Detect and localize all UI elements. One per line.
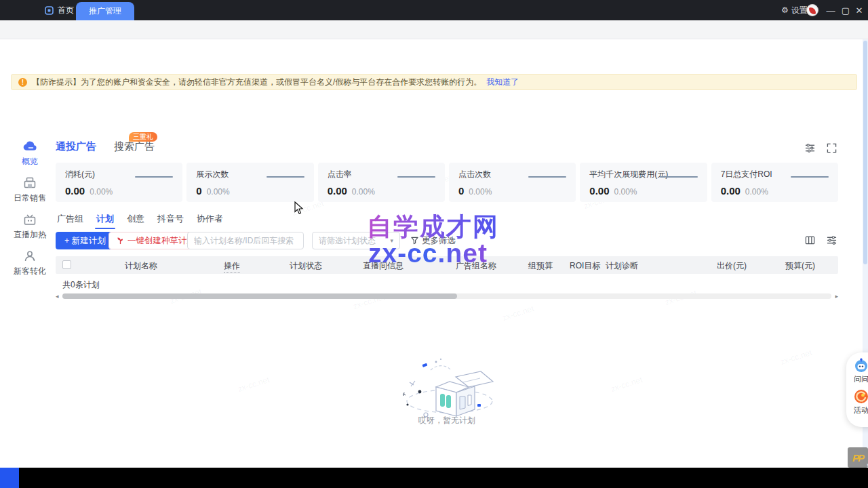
filter-settings-icon[interactable] xyxy=(826,235,837,246)
select-all-checkbox[interactable] xyxy=(62,260,71,269)
floating-helper-pill: 问问 活动 xyxy=(846,352,868,427)
stat-card-clicks: 点击次数 00.00% xyxy=(449,163,576,202)
fullscreen-icon[interactable] xyxy=(826,142,837,154)
column-plan-status: 计划状态 xyxy=(290,260,322,272)
tab-ad-groups[interactable]: 广告组 xyxy=(56,213,85,230)
more-filters-button[interactable]: 更多筛选 xyxy=(411,232,456,249)
live-heat-icon xyxy=(22,212,37,227)
status-placeholder: 请筛选计划状态 xyxy=(319,235,376,247)
stat-value: 0.00 xyxy=(328,185,347,197)
tab-douyin-account[interactable]: 抖音号 xyxy=(156,213,185,230)
new-plan-button[interactable]: + 新建计划 xyxy=(56,232,115,249)
chevron-down-icon: ▾ xyxy=(390,237,393,244)
minimize-icon[interactable]: — xyxy=(825,0,837,20)
window-tab-promotion[interactable]: 推广管理 xyxy=(76,2,134,20)
assistant-robot-icon[interactable] xyxy=(853,357,868,373)
activity-icon[interactable] xyxy=(853,388,868,405)
mouse-cursor xyxy=(294,201,304,215)
empty-state-text: 哎呀，暂无计划 xyxy=(56,415,838,426)
daily-sales-icon xyxy=(22,176,37,190)
plan-table-header: 计划名称 操作 计划状态 直播间信息 广告组名称 组预算 ROI目标 计划诊断 … xyxy=(56,256,838,274)
assistant-label[interactable]: 问问 xyxy=(846,374,868,384)
stat-card-ctr: 点击率 0.000.00% xyxy=(318,163,445,202)
tile-watermark: zx-cc.net xyxy=(501,304,535,323)
window-tab-label: 推广管理 xyxy=(89,5,121,17)
entity-tabs: 广告组 计划 创意 抖音号 协作者 xyxy=(56,213,224,230)
settings-button[interactable]: ⚙ 设置 xyxy=(781,0,808,20)
banner-acknowledge-link[interactable]: 我知道了 xyxy=(486,77,519,88)
scrollbar-thumb[interactable] xyxy=(62,293,457,299)
metric-settings-icon[interactable] xyxy=(804,142,816,154)
sidebar-item-label: 日常销售 xyxy=(11,192,49,204)
anti-fraud-banner: ! 【防诈提示】为了您的账户和资金安全，请勿轻信非官方充值渠道，或假冒平台名义/… xyxy=(11,74,857,90)
recorder-logo: PP ▾ xyxy=(848,447,868,468)
sparkline xyxy=(267,176,304,178)
plan-search-box xyxy=(187,232,304,249)
plan-status-select[interactable]: 请筛选计划状态 ▾ xyxy=(312,232,400,249)
column-roi-target: ROI目标 xyxy=(570,260,600,272)
scroll-right-icon[interactable]: ▸ xyxy=(835,293,838,300)
close-icon[interactable]: ✕ xyxy=(853,0,865,20)
window-tab-label: 首页 xyxy=(58,5,74,16)
column-group-budget: 组预算 xyxy=(528,260,553,272)
seed-plan-label: 一键创建种草计划 xyxy=(127,235,195,247)
new-customer-icon xyxy=(22,249,37,264)
settings-label: 设置 xyxy=(791,5,808,16)
browser-toolbar xyxy=(0,20,868,39)
sidebar-item-live-heat[interactable]: 直播加热 xyxy=(11,212,49,241)
stat-label: 点击率 xyxy=(328,169,435,180)
sparkline xyxy=(528,176,566,178)
sparkline xyxy=(660,176,698,178)
sprout-icon xyxy=(117,237,124,245)
sparkline xyxy=(135,176,173,178)
recorder-logo-text: PP xyxy=(852,452,863,464)
sidebar-item-daily-sales[interactable]: 日常销售 xyxy=(11,176,49,204)
stat-card-cpm: 平均千次展现费用(元) 0.000.00% xyxy=(580,163,707,202)
horizontal-scrollbar[interactable]: ◂ ▸ xyxy=(56,293,838,300)
plan-search-input[interactable] xyxy=(194,236,299,245)
sidebar-item-new-customer[interactable]: 新客转化 xyxy=(11,249,49,277)
app-logo-icon xyxy=(45,6,54,15)
tab-creatives[interactable]: 创意 xyxy=(125,213,146,230)
activity-label[interactable]: 活动 xyxy=(846,405,868,415)
stat-sub: 0.00% xyxy=(469,187,492,197)
bottom-left-accent xyxy=(0,468,19,488)
tab-search-ads[interactable]: 搜索广告 三重礼 xyxy=(114,140,155,153)
stat-label: 展示次数 xyxy=(196,169,304,180)
scroll-left-icon[interactable]: ◂ xyxy=(56,293,59,300)
chevron-down-icon: ▾ xyxy=(866,462,867,468)
avatar[interactable] xyxy=(806,4,818,16)
tile-watermark: zx-cc.net xyxy=(779,348,813,367)
column-bid: 出价(元) xyxy=(717,260,747,272)
ad-type-tabs: 通投广告 搜索广告 三重礼 xyxy=(56,140,155,153)
sidebar-item-overview[interactable]: 概览 xyxy=(11,139,49,167)
gift-badge: 三重礼 xyxy=(129,132,157,142)
window-tab-home[interactable]: 首页 xyxy=(39,0,79,20)
stat-label: 7日总支付ROI xyxy=(721,169,829,180)
empty-box-illustration xyxy=(399,354,500,419)
bottom-black-bar xyxy=(0,468,868,488)
stat-card-roi: 7日总支付ROI 0.000.00% xyxy=(711,163,838,202)
stat-sub: 0.00% xyxy=(90,187,113,197)
column-ad-group-name: 广告组名称 xyxy=(456,260,496,272)
maximize-icon[interactable]: ▢ xyxy=(840,0,852,20)
tab-general-ads[interactable]: 通投广告 xyxy=(56,140,96,153)
stat-card-impressions: 展示次数 00.00% xyxy=(186,163,313,202)
plan-count: 共0条计划 xyxy=(62,279,100,291)
stat-value: 0 xyxy=(196,185,201,197)
scrollbar-thumb[interactable] xyxy=(863,41,867,264)
stat-sub: 0.00% xyxy=(614,187,637,197)
tab-plans[interactable]: 计划 xyxy=(95,213,115,230)
stat-sub: 0.00% xyxy=(745,187,768,197)
app-header xyxy=(0,39,863,68)
column-settings-icon[interactable] xyxy=(804,235,816,246)
stat-sub: 0.00% xyxy=(207,187,230,197)
tab-collaborators[interactable]: 协作者 xyxy=(195,213,224,230)
stat-card-cost: 消耗(元) 0.000.00% xyxy=(56,163,182,202)
gear-icon: ⚙ xyxy=(781,5,789,15)
stat-cards: 消耗(元) 0.000.00% 展示次数 00.00% 点击率 0.000.00… xyxy=(56,163,838,202)
stat-value: 0.00 xyxy=(721,185,741,197)
column-live-room: 直播间信息 xyxy=(363,260,403,272)
overview-icon xyxy=(22,139,38,154)
stat-label: 消耗(元) xyxy=(65,169,173,180)
